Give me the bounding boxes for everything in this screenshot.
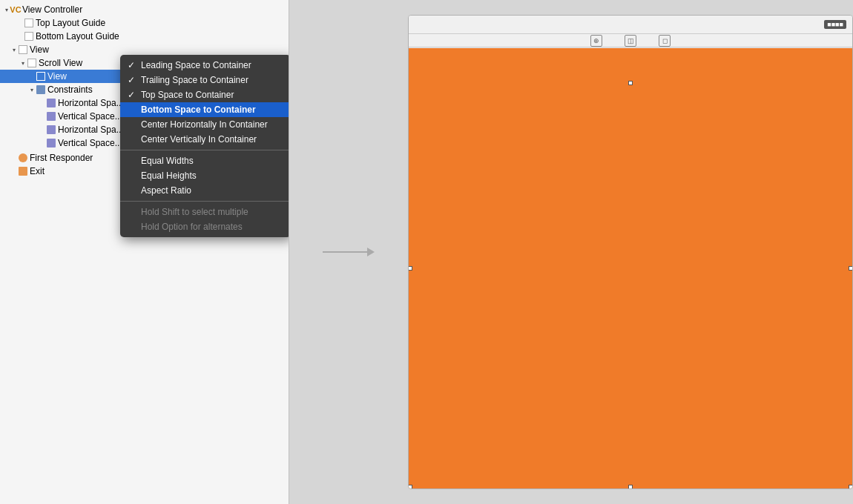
tree-label-inner-view: View — [47, 71, 67, 82]
segue-arrow — [323, 248, 375, 256]
menu-label-aspect-ratio: Aspect Ratio — [141, 185, 191, 196]
menu-label-hold-option: Hold Option for alternates — [141, 222, 243, 232]
arrow-line — [323, 251, 367, 253]
tree-item-top-layout-guide[interactable]: Top Layout Guide — [0, 16, 289, 30]
handle-bottom-left[interactable] — [408, 485, 412, 489]
vc-icon: VC — [10, 4, 21, 15]
menu-label-leading-space: Leading Space to Container — [141, 60, 251, 70]
handle-mid-right[interactable] — [849, 266, 853, 271]
tree-label-top-guide: Top Layout Guide — [36, 18, 105, 28]
menu-item-hold-shift: Hold Shift to select multiple — [120, 205, 289, 219]
menu-label-center-v: Center Vertically In Container — [141, 134, 257, 145]
tree-label-exit: Exit — [30, 166, 45, 176]
arrow-head — [367, 248, 375, 256]
tree-label-v-space-2: Vertical Space... — [58, 138, 122, 148]
tree-label-h-space-1: Horizontal Spa... — [58, 98, 124, 108]
menu-label-equal-widths: Equal Widths — [141, 156, 194, 166]
arrow-area — [289, 0, 408, 504]
menu-label-trailing-space: Trailing Space to Container — [141, 75, 248, 85]
tree-label-scroll-view: Scroll View — [39, 58, 82, 68]
menu-item-trailing-space[interactable]: ✓ Trailing Space to Container — [120, 73, 289, 87]
triangle-scroll[interactable] — [19, 59, 27, 67]
v-constraint-icon-2 — [46, 138, 56, 148]
tree-label-h-space-2: Horizontal Spa... — [58, 125, 124, 135]
orange-content-view — [409, 48, 852, 488]
v-constraint-icon-1 — [46, 111, 56, 122]
menu-item-hold-option: Hold Option for alternates — [120, 219, 289, 234]
h-constraint-icon-1 — [46, 98, 56, 108]
iphone-mockup: ■■■■ ⊕ ◫ ◻ — [408, 15, 853, 489]
tree-label-vc: View Controller — [22, 4, 82, 15]
triangle-constraints[interactable] — [28, 86, 36, 93]
tree-label-view: View — [30, 44, 49, 55]
view-icon — [18, 44, 28, 55]
bottom-guide-icon — [24, 31, 34, 42]
left-panel: VC View Controller Top Layout Guide Bott… — [0, 0, 289, 504]
tree-label-v-space-1: Vertical Space... — [58, 111, 122, 122]
tree-label-bottom-guide: Bottom Layout Guide — [36, 31, 119, 42]
handle-bottom-right[interactable] — [849, 485, 853, 489]
tree-label-constraints: Constraints — [47, 84, 93, 95]
toolbar-icon-2[interactable]: ◫ — [625, 35, 636, 47]
guide-icon — [24, 18, 34, 28]
menu-label-equal-heights: Equal Heights — [141, 170, 197, 181]
menu-separator-1 — [120, 150, 289, 150]
handle-mid-left[interactable] — [408, 266, 412, 271]
menu-item-center-v[interactable]: Center Vertically In Container — [120, 132, 289, 147]
menu-label-hold-shift: Hold Shift to select multiple — [141, 207, 248, 217]
battery-indicator: ■■■■ — [824, 20, 846, 29]
exit-icon — [18, 166, 28, 176]
menu-item-center-h[interactable]: Center Horizontally In Container — [120, 117, 289, 132]
menu-item-top-space[interactable]: ✓ Top Space to Container — [120, 87, 289, 102]
interface-toolbar: ⊕ ◫ ◻ — [409, 34, 852, 47]
tree-item-view-controller[interactable]: VC View Controller — [0, 3, 289, 16]
handle-top-center[interactable] — [628, 81, 633, 85]
inner-view-icon — [36, 71, 46, 82]
constraints-group-icon — [36, 84, 46, 95]
scroll-view-icon — [27, 58, 37, 68]
status-bar: ■■■■ — [409, 16, 852, 34]
check-top: ✓ — [128, 90, 135, 100]
check-trailing: ✓ — [128, 75, 135, 85]
toolbar-icon-1[interactable]: ⊕ — [590, 35, 602, 47]
tree-label-first-responder: First Responder — [30, 153, 93, 163]
context-menu: ✓ Leading Space to Container ✓ Trailing … — [120, 55, 289, 237]
menu-label-center-h: Center Horizontally In Container — [141, 119, 268, 130]
menu-item-equal-widths[interactable]: Equal Widths — [120, 153, 289, 168]
right-panel: ■■■■ ⊕ ◫ ◻ — [408, 0, 853, 504]
menu-label-bottom-space: Bottom Space to Container — [141, 105, 256, 115]
triangle-view[interactable] — [10, 46, 18, 53]
menu-item-equal-heights[interactable]: Equal Heights — [120, 168, 289, 183]
menu-item-bottom-space[interactable]: Bottom Space to Container — [120, 102, 289, 117]
menu-item-aspect-ratio[interactable]: Aspect Ratio — [120, 183, 289, 198]
check-leading: ✓ — [128, 60, 135, 70]
first-responder-icon — [18, 153, 28, 163]
handle-bottom-center[interactable] — [628, 485, 633, 489]
tree-item-bottom-layout-guide[interactable]: Bottom Layout Guide — [0, 30, 289, 43]
menu-label-top-space: Top Space to Container — [141, 90, 234, 100]
h-constraint-icon-2 — [46, 125, 56, 135]
menu-separator-2 — [120, 201, 289, 202]
toolbar-icon-3[interactable]: ◻ — [659, 35, 671, 47]
menu-item-leading-space[interactable]: ✓ Leading Space to Container — [120, 58, 289, 73]
